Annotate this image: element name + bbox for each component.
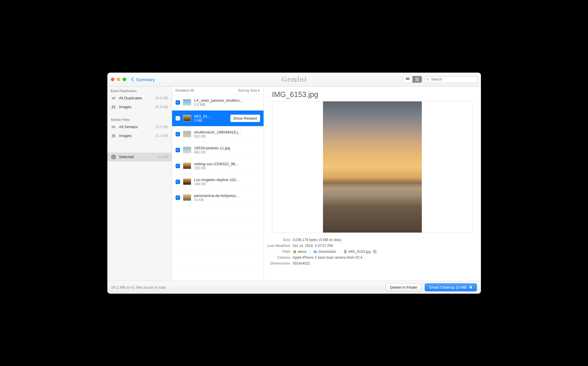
sidebar-item-selected[interactable]: Selected 10 MB [107,153,172,161]
maximize-window-button[interactable] [123,78,126,81]
sort-button[interactable]: Sort by Size ▾ [238,88,260,93]
svg-rect-4 [407,79,408,80]
file-row[interactable]: IMG_61... 3 MB Show Related [172,111,264,126]
file-list-header: Deselect All Sort by Size ▾ [172,87,264,95]
grid-view-button[interactable] [403,76,412,83]
window-controls [111,78,126,81]
checkmark-circle-icon [111,154,116,160]
home-icon [293,250,297,253]
main-body: Exact Duplicates All Duplicates 38.9 MB … [107,87,481,281]
metadata: Size 3,036,178 bytes (3 MB on disk) Last… [264,233,481,269]
preview-image [323,101,422,233]
chevron-left-icon [130,77,134,81]
row-checkbox[interactable] [176,180,180,184]
file-name: IMG_61... [194,114,227,118]
file-row[interactable]: shutterstock_186048416.j... 532 KB [172,126,264,142]
sidebar-item-size: 38.9 MB [155,105,168,109]
path-segment-folder[interactable]: Downloads [313,249,336,255]
file-size: 3 MB [194,118,227,123]
minimize-window-button[interactable] [117,78,120,81]
row-checkbox[interactable] [176,100,180,105]
sidebar-header-duplicates: Exact Duplicates [107,87,172,94]
file-size: 74 KB [194,198,260,202]
smart-cleanup-button[interactable]: Smart Cleanup 10 MB [425,283,477,291]
file-row[interactable]: LA_sean_pavone_shutters... 5.5 MB [172,95,264,111]
file-list-panel: Deselect All Sort by Size ▾ LA_sean_pavo… [172,87,264,281]
thumbnail [183,131,191,137]
file-size: 492 KB [194,150,260,154]
thumbnail [183,147,191,153]
file-name: Los-Angeles-skyline-102... [194,178,260,182]
deselect-all-button[interactable]: Deselect All [176,88,194,93]
path-segment-file[interactable]: IMG_6153.jpg [343,249,371,255]
sidebar-item-images-sim[interactable]: Images 15.3 MB [107,131,172,140]
sidebar-item-label: Images [119,133,132,138]
search-input[interactable] [431,77,475,81]
file-size: 532 KB [194,134,260,138]
svg-point-14 [374,250,375,252]
meta-label-modified: Last Modified [264,243,290,249]
back-label: Summary [136,77,155,82]
toolbar: Summary Gemini [107,73,481,87]
meta-label-dimensions: Dimensions [264,260,290,266]
svg-rect-2 [408,78,409,79]
sidebar-item-images-dup[interactable]: Images 38.9 MB [107,103,172,111]
preview-title: IMG_6153.jpg [264,87,481,101]
sidebar-item-label: Selected [119,155,134,159]
search-icon [427,78,429,81]
svg-rect-8 [415,81,419,81]
thumbnail [183,194,191,201]
svg-line-15 [375,252,376,253]
sidebar-header-similar: Similar Files [107,116,172,123]
file-row[interactable]: Los-Angeles-skyline-102... 184 KB [172,174,264,190]
back-button[interactable]: Summary [130,77,155,82]
toolbar-right [403,76,477,83]
svg-point-12 [113,135,114,137]
search-field[interactable] [424,76,477,83]
list-view-button[interactable] [412,76,422,83]
sidebar-item-label: Images [119,105,132,109]
preview-image-frame [272,101,473,233]
grid-icon [406,77,410,81]
file-row[interactable]: panoramica-de-hollywoo... 74 KB [172,190,264,206]
sidebar-item-all-similars[interactable]: All Similars 15.3 MB [107,123,172,131]
thumbnail [183,163,191,169]
file-size: 205 KB [194,166,260,170]
meta-label-camera: Camera [264,255,290,260]
close-window-button[interactable] [111,78,114,81]
view-mode-toggle [403,76,422,83]
show-related-button[interactable]: Show Related [230,115,260,122]
path-segment-home[interactable]: alexa [293,249,307,255]
stack-icon [111,96,116,101]
file-row[interactable]: setting-sun-2208322_96... 205 KB [172,158,264,174]
file-row[interactable]: 19539-pistiolis-11.jpg 492 KB [172,142,264,158]
meta-label-path: Path [264,249,290,255]
camera-icon [111,104,116,110]
footer-status: 54.2 MB in 41 files found in total [111,285,166,290]
row-checkbox[interactable] [176,148,180,152]
path-separator: › [338,249,342,255]
svg-rect-0 [406,78,407,79]
row-checkbox[interactable] [176,116,180,121]
file-name: setting-sun-2208322_96... [194,162,260,166]
reveal-in-finder-button[interactable] [372,249,377,254]
sidebar: Exact Duplicates All Duplicates 38.9 MB … [107,87,172,281]
file-size: 184 KB [194,182,260,186]
app-logo: Gemini [281,75,307,84]
svg-rect-7 [415,79,419,80]
file-name: shutterstock_186048416.j... [194,130,260,134]
svg-line-10 [428,80,429,81]
delete-in-finder-button[interactable]: Delete In Finder [386,283,422,291]
row-checkbox[interactable] [176,164,180,168]
file-size: 5.5 MB [194,103,260,107]
row-checkbox[interactable] [176,132,180,136]
file-name: 19539-pistiolis-11.jpg [194,146,260,150]
sidebar-item-size: 10 MB [158,155,168,159]
meta-value-dimensions: 3024x4032 [293,260,310,266]
sidebar-item-size: 15.3 MB [155,125,168,129]
thumbnail [183,99,191,106]
row-checkbox[interactable] [176,195,180,200]
sidebar-item-all-duplicates[interactable]: All Duplicates 38.9 MB [107,94,172,103]
sidebar-item-size: 15.3 MB [155,134,168,138]
camera-icon [111,133,116,138]
